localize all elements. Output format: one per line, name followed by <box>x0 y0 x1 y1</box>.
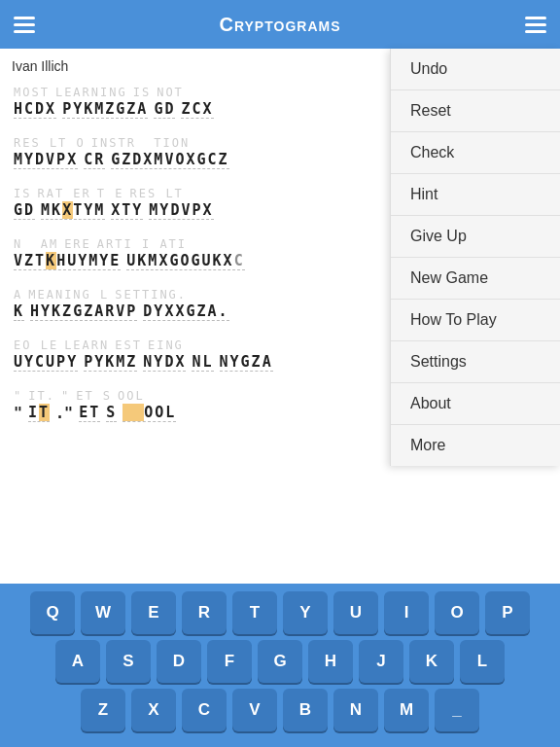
menu-item-reset[interactable]: Reset <box>391 90 560 132</box>
menu-item-settings[interactable]: Settings <box>391 341 560 383</box>
key-p[interactable]: P <box>485 591 530 634</box>
key-t[interactable]: T <box>232 591 277 634</box>
menu-item-about[interactable]: About <box>391 383 560 425</box>
plain-word: " <box>14 389 22 403</box>
cipher-word[interactable]: K <box>14 302 24 321</box>
plain-word: RAT ER <box>37 187 90 200</box>
key-b[interactable]: B <box>283 689 328 731</box>
cipher-word[interactable]: NL <box>192 353 213 372</box>
plain-word: EST <box>115 338 142 352</box>
key-w[interactable]: W <box>81 591 125 634</box>
key-e[interactable]: E <box>131 591 176 634</box>
plain-word: T E <box>97 187 124 200</box>
plain-word: LEARN <box>64 338 109 352</box>
key-s[interactable]: S <box>106 640 151 683</box>
menu-item-new-game[interactable]: New Game <box>391 258 560 300</box>
cipher-word[interactable]: MYDVPX <box>149 201 213 220</box>
key-z[interactable]: Z <box>81 689 125 731</box>
key-r[interactable]: R <box>182 591 227 634</box>
cipher-word: ." <box>55 405 73 422</box>
plain-word: OOL <box>118 389 145 403</box>
cipher-word[interactable]: NYGZA <box>220 353 273 372</box>
plain-word: " <box>61 389 70 403</box>
cipher-word[interactable]: ET <box>79 404 100 422</box>
dropdown-menu: Undo Reset Check Hint Give Up New Game H… <box>390 49 560 466</box>
plain-word: RES LT O <box>14 136 86 150</box>
key-m[interactable]: M <box>384 689 429 731</box>
cipher-word[interactable]: HYKZGZARVP <box>30 302 137 321</box>
cipher-word[interactable]: ZCX <box>181 100 213 119</box>
plain-word: IS <box>14 187 31 200</box>
key-u[interactable]: U <box>333 591 378 634</box>
key-g[interactable]: G <box>258 640 302 683</box>
cipher-word[interactable]: PYKMZ <box>84 353 137 372</box>
menu-item-more[interactable]: More <box>391 425 560 466</box>
keyboard: Q W E R T Y U I O P A S D F G H J K L <box>0 584 560 747</box>
cipher-word[interactable]: MYDVPX <box>14 151 78 169</box>
plain-word: MEANING L <box>28 288 109 302</box>
cipher-word: " <box>14 405 22 422</box>
plain-word: INSTR TION <box>91 136 190 150</box>
cipher-word[interactable]: PYKMZGZA <box>62 100 148 119</box>
menu-item-check[interactable]: Check <box>391 132 560 174</box>
main-content: Ivan Illich MOST LEARNING IS NOT HCDX PY… <box>0 49 560 747</box>
plain-word: ARTI I ATI <box>97 237 187 251</box>
plain-word: EING <box>148 338 184 352</box>
key-a[interactable]: A <box>55 640 100 683</box>
cipher-word[interactable]: XTY <box>111 201 143 220</box>
cipher-word[interactable]: NYDX <box>143 353 186 372</box>
plain-word: IT. <box>28 389 55 403</box>
app-title: Cryptograms <box>219 14 340 36</box>
key-l[interactable]: L <box>460 640 505 683</box>
plain-word: A <box>14 288 22 302</box>
key-k[interactable]: K <box>409 640 454 683</box>
cipher-word[interactable]: IT <box>28 404 50 422</box>
hamburger-menu-icon[interactable] <box>525 17 546 33</box>
cipher-word[interactable]: MKXTYM <box>41 201 105 220</box>
cipher-word[interactable]: VZTKHUYMYE <box>14 252 121 270</box>
cipher-word[interactable]: UYCUPY <box>14 353 78 372</box>
plain-word: EO LE <box>14 338 58 352</box>
menu-item-undo[interactable]: Undo <box>391 49 560 90</box>
cipher-word[interactable]: GD <box>154 100 175 119</box>
key-i[interactable]: I <box>384 591 429 634</box>
cipher-word[interactable]: GD <box>14 201 35 220</box>
key-d[interactable]: D <box>157 640 201 683</box>
plain-word: MOST <box>14 86 50 99</box>
cipher-word[interactable]: GZDXMVOXGCZ <box>111 151 228 169</box>
cipher-word[interactable]: CR <box>84 151 105 169</box>
key-y[interactable]: Y <box>283 591 328 634</box>
cipher-word[interactable]: DYXXGZA. <box>143 302 228 321</box>
keyboard-row-2: A S D F G H J K L <box>4 640 556 683</box>
key-j[interactable]: J <box>359 640 403 683</box>
plain-word: LEARNING <box>55 86 127 99</box>
cipher-word[interactable]: UKMXGOGUKXC <box>126 252 244 270</box>
plain-word: NOT <box>157 86 184 99</box>
menu-item-give-up[interactable]: Give Up <box>391 216 560 258</box>
plain-word: SETTING. <box>115 288 187 302</box>
plain-word: N AM <box>14 237 58 251</box>
plain-word: IS <box>133 86 151 99</box>
cipher-word[interactable]: OOL <box>122 404 176 422</box>
plain-word: ERE <box>64 237 91 251</box>
cipher-word[interactable]: S <box>106 404 117 422</box>
key-f[interactable]: F <box>207 640 252 683</box>
plain-word: RES LT <box>130 187 184 200</box>
stats-icon[interactable] <box>14 17 35 33</box>
key-c[interactable]: C <box>182 689 227 731</box>
menu-item-hint[interactable]: Hint <box>391 174 560 216</box>
keyboard-row-3: Z X C V B N M _ <box>4 689 556 731</box>
key-delete[interactable]: _ <box>435 689 479 731</box>
plain-word: ET S <box>76 389 112 403</box>
key-q[interactable]: Q <box>30 591 75 634</box>
key-n[interactable]: N <box>333 689 378 731</box>
key-o[interactable]: O <box>435 591 479 634</box>
app-header: Cryptograms <box>0 0 560 49</box>
keyboard-row-1: Q W E R T Y U I O P <box>4 591 556 634</box>
key-h[interactable]: H <box>308 640 353 683</box>
cipher-word[interactable]: HCDX <box>14 100 56 119</box>
menu-item-how-to-play[interactable]: How To Play <box>391 300 560 341</box>
key-x[interactable]: X <box>131 689 176 731</box>
key-v[interactable]: V <box>232 689 277 731</box>
